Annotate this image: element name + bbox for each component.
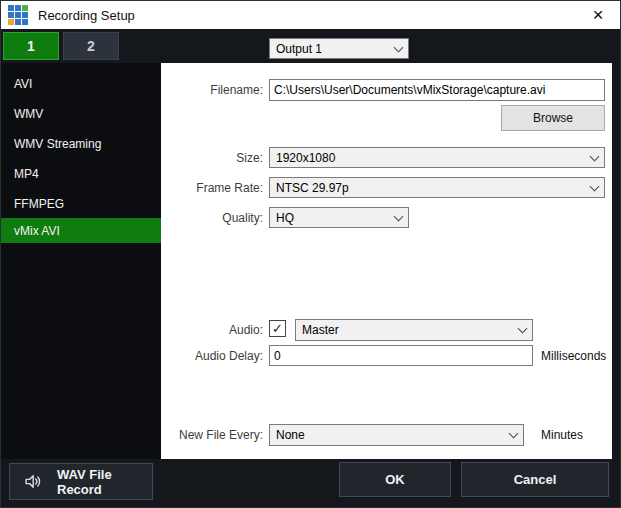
- sidebar-item-wmv[interactable]: WMV: [1, 101, 161, 126]
- chevron-down-icon: [394, 42, 404, 52]
- filename-label: Filename:: [161, 83, 263, 97]
- chevron-down-icon: [509, 429, 519, 439]
- audio-source-select[interactable]: Master: [295, 319, 533, 341]
- sidebar-item-wmv-streaming[interactable]: WMV Streaming: [1, 131, 161, 156]
- browse-button[interactable]: Browse: [501, 105, 605, 131]
- sidebar-item-ffmpeg[interactable]: FFMPEG: [1, 191, 161, 216]
- new-file-every-label: New File Every:: [161, 428, 263, 442]
- footer-bar: WAV File Record OK Cancel: [1, 459, 621, 508]
- quality-select[interactable]: HQ: [269, 207, 409, 228]
- sidebar-item-label: WMV: [14, 107, 43, 121]
- chevron-down-icon: [518, 324, 528, 334]
- tab-output-1[interactable]: 1: [3, 32, 59, 60]
- new-file-every-select-value: None: [276, 428, 504, 442]
- cancel-button[interactable]: Cancel: [461, 462, 609, 497]
- chevron-down-icon: [394, 211, 404, 221]
- wav-file-record-button[interactable]: WAV File Record: [9, 463, 153, 500]
- audio-delay-input[interactable]: [269, 345, 533, 366]
- sidebar-item-label: WMV Streaming: [14, 137, 101, 151]
- close-icon[interactable]: ×: [582, 1, 614, 29]
- audio-checkbox[interactable]: ✓: [269, 320, 286, 337]
- chevron-down-icon: [590, 181, 600, 191]
- window-title: Recording Setup: [38, 8, 135, 23]
- format-sidebar: AVI WMV WMV Streaming MP4 FFMPEG vMix AV…: [1, 63, 161, 459]
- new-file-every-select[interactable]: None: [269, 424, 524, 446]
- ok-button[interactable]: OK: [339, 462, 451, 497]
- sidebar-item-label: MP4: [14, 167, 39, 181]
- quality-select-value: HQ: [276, 211, 389, 225]
- size-select-value: 1920x1080: [276, 151, 585, 165]
- output-select[interactable]: Output 1: [269, 38, 409, 59]
- vmix-logo-icon: [8, 5, 28, 25]
- sidebar-item-label: AVI: [14, 77, 32, 91]
- sidebar-item-avi[interactable]: AVI: [1, 71, 161, 96]
- size-label: Size:: [161, 151, 263, 165]
- title-bar: Recording Setup ×: [1, 1, 621, 29]
- frame-rate-label: Frame Rate:: [161, 181, 263, 195]
- chevron-down-icon: [590, 151, 600, 161]
- sidebar-item-label: vMix AVI: [14, 224, 60, 238]
- audio-source-select-value: Master: [302, 323, 513, 337]
- audio-label: Audio:: [161, 323, 263, 337]
- output-select-value: Output 1: [276, 42, 389, 56]
- frame-rate-select[interactable]: NTSC 29.97p: [269, 177, 605, 198]
- frame-rate-select-value: NTSC 29.97p: [276, 181, 585, 195]
- sidebar-item-vmix-avi[interactable]: vMix AVI: [1, 218, 161, 243]
- speaker-icon: [24, 473, 41, 490]
- size-select[interactable]: 1920x1080: [269, 147, 605, 168]
- tab-output-2[interactable]: 2: [63, 32, 119, 60]
- minutes-label: Minutes: [541, 428, 583, 442]
- wav-file-record-label: WAV File Record: [57, 467, 152, 497]
- filename-input[interactable]: [269, 79, 605, 101]
- audio-delay-label: Audio Delay:: [161, 349, 263, 363]
- milliseconds-label: Milliseconds: [541, 349, 606, 363]
- sidebar-item-label: FFMPEG: [14, 197, 64, 211]
- quality-label: Quality:: [161, 211, 263, 225]
- sidebar-item-mp4[interactable]: MP4: [1, 161, 161, 186]
- checkmark-icon: ✓: [272, 322, 283, 335]
- recording-setup-dialog: Recording Setup × 1 2 Output 1 AVI WMV W…: [0, 0, 621, 508]
